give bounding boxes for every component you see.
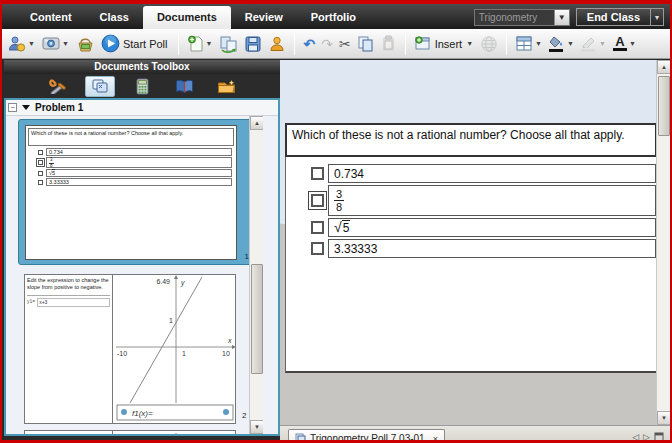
calculator-icon	[136, 78, 149, 95]
triangle-down-icon[interactable]	[22, 105, 30, 110]
tab-review[interactable]: Review	[231, 6, 297, 29]
option-3-checkbox[interactable]	[311, 221, 324, 234]
end-class-dropdown-arrow[interactable]: ▼	[651, 8, 664, 26]
mini-graph-2: 6.49 y -10 1 10 x 1 f1(x)=	[114, 275, 235, 423]
mini-checkbox	[38, 180, 43, 185]
student-tools-button[interactable]: ▼	[6, 33, 38, 55]
option-3-field[interactable]: √ 5	[328, 218, 656, 237]
chevron-down-icon[interactable]: ▼	[534, 40, 543, 47]
graph-fn-entry-label: f1(x)=	[132, 409, 153, 418]
restore-window-icon[interactable]	[654, 432, 664, 442]
save-button[interactable]	[242, 33, 264, 55]
option-4-checkbox[interactable]	[311, 242, 324, 255]
start-poll-button[interactable]: Start Poll	[99, 32, 172, 55]
scrollbar-thumb[interactable]	[251, 264, 263, 374]
fraction-denominator: 8	[336, 201, 342, 213]
fraction-numerator: 3	[334, 188, 344, 201]
undo-button[interactable]: ↶	[301, 35, 317, 53]
scroll-down-icon[interactable]: ▼	[250, 420, 263, 434]
chevron-down-icon[interactable]: ▼	[61, 40, 70, 47]
option-1-field[interactable]: 0.734	[328, 164, 656, 183]
new-document-button[interactable]: ▼	[185, 33, 216, 55]
scroll-up-icon[interactable]: ▲	[657, 60, 670, 74]
chevron-down-icon[interactable]: ▼	[566, 40, 575, 47]
page-thumbnail-2[interactable]: Edit the expression to change the slope …	[24, 274, 236, 424]
collapse-box-icon[interactable]: −	[8, 103, 17, 112]
toolbox-tab-strip	[4, 74, 280, 98]
end-class-button[interactable]: End Class	[576, 8, 651, 26]
page-sorter-icon	[91, 78, 109, 94]
mini-radicand: 5	[52, 169, 55, 176]
scrollbar-thumb[interactable]	[658, 76, 670, 136]
tab-content[interactable]: Content	[16, 6, 86, 29]
send-to-class-button[interactable]	[74, 33, 97, 55]
tab-page-sorter[interactable]	[85, 76, 115, 97]
chevron-down-icon[interactable]: ▼	[628, 40, 637, 47]
undo-icon: ↶	[303, 37, 315, 51]
option-4-field[interactable]: 3.33333	[328, 239, 656, 258]
question-prompt[interactable]: Which of these is not a rational number?…	[285, 123, 657, 157]
tab-class[interactable]: Class	[86, 6, 143, 29]
class-select-value: Trigonometry	[479, 12, 538, 23]
close-icon[interactable]: ×	[429, 434, 438, 443]
tab-calculator[interactable]	[127, 76, 157, 97]
mini-question-text: Which of these is not a rational number?…	[28, 128, 234, 146]
thumbnails-scrollbar[interactable]: ▲ ▼	[249, 116, 263, 434]
mini-prompt-text: Find the slope of the line from these po…	[27, 433, 99, 434]
add-user-button[interactable]	[266, 33, 288, 55]
main-toolbar: ▼ ▼ Start Poll ▼ ↶ ↷ ✂	[2, 29, 670, 59]
transfer-button[interactable]	[217, 33, 240, 55]
graph-xmin-label: -10	[117, 350, 127, 357]
text-color-button[interactable]: A ▼	[611, 34, 639, 53]
copy-button[interactable]	[355, 33, 376, 54]
radicand: 5	[342, 220, 351, 235]
tab-content-explorer[interactable]	[169, 76, 199, 97]
option-2-checkbox[interactable]	[311, 194, 324, 207]
start-poll-icon	[101, 34, 120, 53]
graph-x-axis-label: x	[227, 337, 232, 344]
page-thumbnails: Which of these is not a rational number?…	[6, 116, 263, 434]
chevron-down-icon[interactable]: ▼	[27, 40, 36, 47]
scroll-down-icon[interactable]: ▼	[657, 411, 670, 425]
mini-checkbox	[38, 150, 43, 155]
top-menu-bar: Content Class Documents Review Portfolio…	[2, 4, 670, 29]
document-scrollbar[interactable]: ▲ ▼	[656, 60, 670, 425]
tab-documents[interactable]: Documents	[143, 6, 231, 29]
save-icon	[244, 35, 262, 53]
next-page-icon[interactable]: ▷	[643, 432, 650, 442]
line-color-button[interactable]: ▼	[579, 34, 609, 54]
redo-icon: ↷	[321, 37, 333, 51]
toolbar-separator	[506, 33, 507, 55]
fill-color-button[interactable]: ▼	[547, 34, 577, 54]
problem-label: Problem 1	[35, 102, 83, 113]
comment-button[interactable]	[478, 33, 500, 55]
option-2-field[interactable]: 3 8	[328, 185, 656, 216]
tab-portfolio[interactable]: Portfolio	[297, 6, 370, 29]
page-thumbnail-1-selected[interactable]: Which of these is not a rational number?…	[18, 119, 255, 265]
paste-button[interactable]	[378, 33, 399, 54]
chevron-down-icon[interactable]: ▼	[598, 40, 607, 47]
paste-icon	[380, 35, 397, 52]
tab-document-tools[interactable]	[43, 76, 73, 97]
chevron-down-icon[interactable]: ▼	[554, 10, 569, 25]
class-select[interactable]: Trigonometry ▼	[474, 9, 570, 26]
insert-button[interactable]: Insert ▼	[412, 33, 476, 54]
document-icon	[295, 433, 306, 443]
page-thumbnail-3[interactable]: Find the slope of the line from these po…	[24, 430, 236, 434]
mini-prompt-3: Find the slope of the line from these po…	[25, 431, 113, 434]
tab-files[interactable]	[211, 76, 241, 97]
prev-page-icon[interactable]: ◁	[632, 432, 639, 442]
redo-button[interactable]: ↷	[319, 35, 335, 53]
page-layout-button[interactable]: ▼	[513, 33, 545, 54]
problem-row[interactable]: − Problem 1	[6, 100, 278, 116]
fill-color-icon	[549, 36, 565, 52]
cut-button[interactable]: ✂	[337, 35, 353, 53]
chevron-down-icon[interactable]: ▼	[465, 40, 474, 47]
screen-capture-button[interactable]: ▼	[40, 33, 72, 55]
mini-option-value: √5	[46, 169, 232, 177]
scroll-up-icon[interactable]: ▲	[250, 116, 263, 130]
chevron-down-icon[interactable]: ▼	[205, 40, 214, 47]
scissors-icon: ✂	[339, 37, 351, 51]
option-1-checkbox[interactable]	[311, 167, 324, 180]
document-tab[interactable]: Trigonometry Poll 7 03-01 ×	[288, 429, 445, 443]
